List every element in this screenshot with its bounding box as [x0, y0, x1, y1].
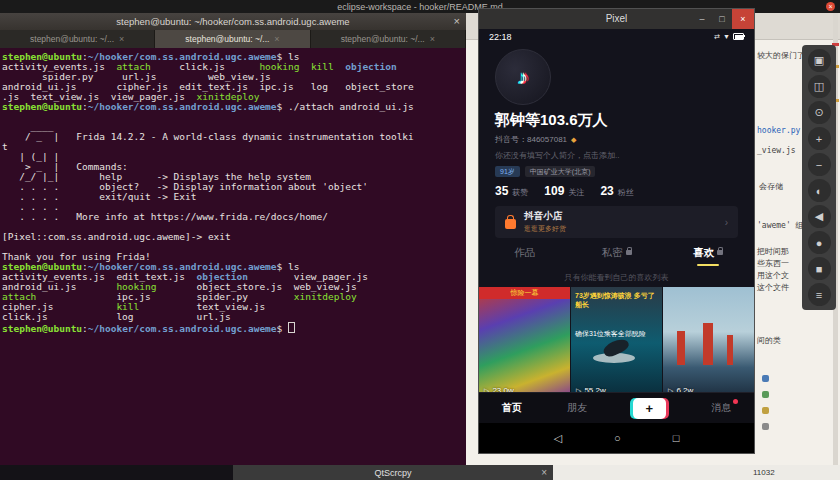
eclipse-text-fragment: 会存储: [759, 181, 783, 192]
scrcpy-window: Pixel – □ × 22:18 ⇄ ▼ ♪ 郭钟等103.6万人 抖音号：8…: [478, 8, 755, 454]
bottom-bar-left: [0, 465, 233, 480]
profile-bio[interactable]: 你还没有填写个人简介，点击添加..: [495, 150, 738, 161]
thumb-caption: 确保31位乘客全部脱险: [575, 329, 658, 338]
stat-item[interactable]: 23粉丝: [600, 184, 633, 198]
tab-close-icon[interactable]: ×: [274, 34, 279, 44]
eclipse-view-icon[interactable]: [762, 423, 769, 430]
douyin-id-row: 抖音号：846057081 ◆: [495, 134, 738, 145]
profile-tab-喜欢[interactable]: 喜欢: [662, 246, 754, 266]
likes-privacy-hint: 只有你能看到自己的喜欢列表: [479, 272, 754, 282]
terminal-line: stephen@ubuntu:~/hooker/com.ss.android.u…: [2, 102, 464, 112]
profile-tab-私密[interactable]: 私密: [571, 246, 663, 266]
bottom-navbar: 首页朋友+消息: [479, 392, 754, 423]
terminal-line: [Pixel::com.ss.android.ugc.aweme]-> exit: [2, 232, 464, 242]
terminal-line: . . . . exit/quit -> Exit: [2, 192, 464, 202]
fullscreen-button[interactable]: ▣: [808, 49, 831, 72]
battery-icon: [733, 33, 744, 40]
menu-button[interactable]: ≡: [808, 283, 831, 306]
home-button[interactable]: ●: [808, 231, 831, 254]
volume-up-button[interactable]: +: [808, 127, 831, 150]
avatar[interactable]: ♪: [495, 49, 551, 105]
stat-value: 35: [495, 184, 508, 198]
android-statusbar: 22:18 ⇄ ▼: [479, 29, 754, 44]
video-thumb[interactable]: 73岁遇到惊涛骇浪 多亏了船长确保31位乘客全部脱险▷55.2w: [571, 287, 662, 399]
profile-badge: 中国矿业大学(北京): [525, 166, 596, 177]
terminal-tab[interactable]: stephen@ubuntu: ~/...×: [155, 30, 310, 48]
recents-button[interactable]: ■: [808, 257, 831, 280]
terminal-close-icon[interactable]: ×: [454, 15, 460, 27]
profile-badge: 91岁: [495, 166, 520, 177]
video-thumb[interactable]: 惊险一幕▷23.0w: [479, 287, 570, 399]
maximize-button[interactable]: □: [712, 9, 732, 29]
window-controls: – □ ×: [692, 9, 754, 29]
screenshot-button[interactable]: ◫: [808, 75, 831, 98]
volume-down-button[interactable]: −: [808, 153, 831, 176]
stat-label: 关注: [568, 187, 584, 198]
profile-section: ♪ 郭钟等103.6万人 抖音号：846057081 ◆ 你还没有填写个人简介，…: [479, 49, 754, 238]
eclipse-view-icon[interactable]: [762, 391, 769, 398]
phone-screen[interactable]: 22:18 ⇄ ▼ ♪ 郭钟等103.6万人 抖音号：846057081 ◆ 你…: [479, 29, 754, 453]
screen-off-button[interactable]: ◐: [808, 179, 831, 202]
qtscrcpy-taskbar[interactable]: QtScrcpy ×: [233, 465, 553, 480]
stat-item[interactable]: 35获赞: [495, 184, 528, 198]
thumb-caption: 73岁遇到惊涛骇浪 多亏了船长: [575, 291, 658, 309]
terminal-tab[interactable]: stephen@ubuntu: ~/...×: [0, 30, 155, 48]
tab-close-icon[interactable]: ×: [430, 34, 435, 44]
nav-item-消息[interactable]: 消息: [711, 401, 731, 415]
terminal-line: stephen@ubuntu:~/hooker/com.ss.android.u…: [2, 322, 464, 332]
douyin-id: 抖音号：846057081: [495, 134, 567, 145]
usb-icon: ⇄: [714, 33, 720, 41]
status-count: 11032: [753, 468, 775, 477]
terminal-body[interactable]: stephen@ubuntu:~/hooker/com.ss.android.u…: [0, 48, 466, 465]
close-button[interactable]: ×: [732, 9, 754, 29]
terminal-tab[interactable]: stephen@ubuntu: ~/...×: [311, 30, 466, 48]
terminal-tabbar: stephen@ubuntu: ~/...×stephen@ubuntu: ~/…: [0, 30, 466, 48]
thumb-banner-text: 惊险一幕: [479, 287, 570, 299]
terminal-tab-label: stephen@ubuntu: ~/...: [341, 34, 425, 44]
nav-item-朋友[interactable]: 朋友: [567, 401, 587, 415]
tab-close-icon[interactable]: ×: [119, 34, 124, 44]
stat-label: 获赞: [512, 187, 528, 198]
terminal-tab-label: stephen@ubuntu: ~/...: [30, 34, 114, 44]
profile-name: 郭钟等103.6万人: [495, 111, 738, 130]
stat-value: 109: [544, 184, 564, 198]
eclipse-text-fragment: 把时间那: [757, 246, 789, 257]
back-button[interactable]: ◀: [808, 205, 831, 228]
nav-back-icon[interactable]: ◁: [554, 432, 562, 445]
nav-item-首页[interactable]: 首页: [502, 401, 522, 415]
android-navbar: ◁ ○ □: [479, 423, 754, 453]
profile-tab-label: 作品: [514, 246, 535, 258]
post-plus-button[interactable]: +: [633, 398, 666, 419]
shop-entry[interactable]: 抖音小店 逛逛更多好货 ›: [495, 206, 738, 238]
crane-shape: [727, 335, 733, 365]
qtscrcpy-close-icon[interactable]: ×: [541, 467, 547, 478]
tiktok-logo-icon: ♪: [518, 66, 528, 89]
bottom-bar: QtScrcpy × 11032: [0, 465, 840, 480]
id-badge-icon: ◆: [571, 136, 576, 144]
terminal-titlebar[interactable]: stephen@ubuntu: ~/hooker/com.ss.android.…: [0, 13, 466, 30]
stat-label: 粉丝: [618, 187, 634, 198]
eclipse-view-icon[interactable]: [762, 375, 769, 382]
lock-icon: [626, 250, 632, 255]
eclipse-text-fragment: 些东西一: [757, 258, 789, 269]
eclipse-text-fragment: 间的类: [757, 335, 781, 346]
terminal-line: / _ | Frida 14.2.2 - A world-class dynam…: [2, 132, 464, 142]
eclipse-view-icon[interactable]: [762, 407, 769, 414]
crane-shape: [703, 323, 713, 365]
terminal-window: stephen@ubuntu: ~/hooker/com.ss.android.…: [0, 13, 466, 465]
nav-home-icon[interactable]: ○: [614, 432, 621, 444]
notification-dot: [733, 399, 738, 404]
nav-recents-icon[interactable]: □: [673, 432, 680, 444]
eclipse-text-fragment: 较大的保门了: [757, 50, 805, 61]
profile-tab-label: 喜欢: [693, 246, 714, 258]
profile-tab-作品[interactable]: 作品: [479, 246, 571, 266]
terminal-line: . . . . More info at https://www.frida.r…: [2, 212, 464, 222]
scrcpy-titlebar[interactable]: Pixel – □ ×: [479, 9, 754, 29]
stats-row: 35获赞109关注23粉丝: [495, 184, 738, 199]
video-thumb[interactable]: ▷6.2w: [663, 287, 754, 399]
minimize-button[interactable]: –: [692, 9, 712, 29]
stat-item[interactable]: 109关注: [544, 184, 584, 198]
eclipse-text-fragment: 这个文件: [757, 282, 789, 293]
eclipse-close-button[interactable]: ×: [826, 2, 835, 11]
power-button[interactable]: ⊙: [808, 101, 831, 124]
